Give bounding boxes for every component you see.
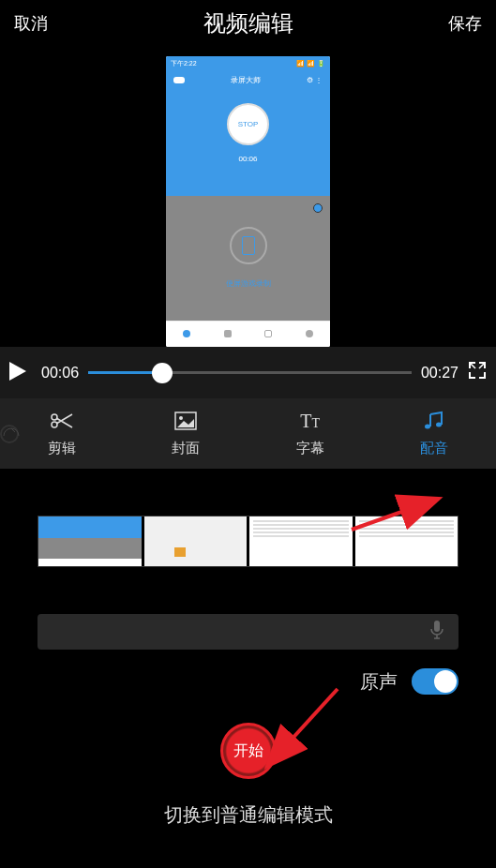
svg-point-3: [179, 416, 183, 420]
tab-dubbing[interactable]: 配音: [372, 398, 496, 469]
save-button[interactable]: 保存: [448, 12, 482, 35]
page-title: 视频编辑: [203, 8, 293, 38]
timeline-thumb: [249, 516, 353, 566]
stop-button: STOP: [227, 103, 269, 145]
tab-label: 字幕: [296, 440, 324, 457]
fullscreen-button[interactable]: [468, 361, 487, 384]
tab-subtitle[interactable]: TT 字幕: [248, 398, 372, 469]
record-indicator-icon: [313, 203, 323, 213]
tool-tabs: 剪辑 封面 TT 字幕 配音: [0, 398, 496, 469]
original-audio-label: 原声: [360, 669, 398, 695]
phone-bottom-panel: 使屏游戏录制: [166, 196, 330, 322]
phone-tabbar: [166, 321, 330, 347]
fullscreen-icon: [468, 361, 487, 380]
total-time: 00:27: [421, 365, 458, 382]
play-icon: [9, 362, 26, 381]
header: 取消 视频编辑 保存: [0, 0, 496, 47]
svg-point-5: [436, 423, 442, 427]
svg-point-0: [52, 414, 57, 420]
original-audio-toggle[interactable]: [412, 668, 458, 695]
svg-point-4: [425, 425, 430, 429]
tab-label: 配音: [420, 440, 448, 457]
current-time: 00:06: [41, 365, 79, 382]
video-preview: 下午2:22 📶 📶 🔋 录屏大师 ⚙ ⋮ STOP 00:06 使屏游戏录制: [0, 47, 496, 347]
svg-point-1: [52, 422, 57, 427]
microphone-icon: [429, 620, 444, 645]
playback-controls: 00:06 00:27: [0, 347, 496, 398]
scissors-icon: [50, 410, 74, 432]
cancel-button[interactable]: 取消: [14, 12, 48, 35]
text-icon: TT: [300, 410, 320, 432]
phone-frame: 下午2:22 📶 📶 🔋 录屏大师 ⚙ ⋮ STOP 00:06 使屏游戏录制: [166, 56, 330, 347]
timeline-thumb: [38, 516, 142, 566]
slider-thumb[interactable]: [152, 363, 173, 383]
tab-label: 剪辑: [48, 440, 76, 457]
recording-timer: 00:06: [238, 155, 257, 163]
switch-mode-button[interactable]: 切换到普通编辑模式: [0, 788, 496, 842]
svg-rect-6: [434, 621, 440, 632]
tab-label: 封面: [172, 440, 200, 457]
timeline-area: [0, 469, 496, 586]
tab-cover[interactable]: 封面: [124, 398, 248, 469]
phone-top-panel: 录屏大师 ⚙ ⋮ STOP 00:06: [166, 70, 330, 196]
timeline-thumb: [355, 516, 458, 566]
start-recording-button[interactable]: 开始: [220, 723, 277, 779]
timeline-thumb: [144, 516, 248, 566]
music-icon: [423, 410, 445, 432]
phone-status-bar: 下午2:22 📶 📶 🔋: [166, 56, 330, 70]
progress-slider[interactable]: [88, 371, 412, 374]
original-audio-row: 原声: [0, 650, 496, 713]
lens-icon: [0, 425, 19, 443]
play-button[interactable]: [9, 362, 32, 384]
audio-track-input[interactable]: [38, 614, 458, 650]
image-icon: [174, 410, 197, 432]
video-timeline[interactable]: [38, 516, 458, 567]
